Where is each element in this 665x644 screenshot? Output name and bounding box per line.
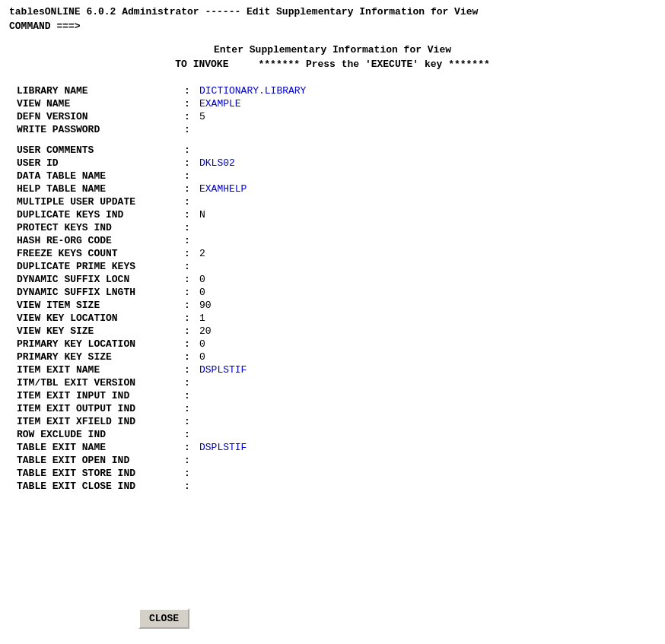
- field-colon: :: [184, 124, 196, 135]
- field-value: 0: [199, 287, 205, 298]
- field-row: PRIMARY KEY SIZE :0: [17, 351, 656, 363]
- field-label: TABLE EXIT STORE IND: [17, 468, 184, 479]
- field-label: WRITE PASSWORD: [17, 124, 184, 135]
- field-label: VIEW NAME: [17, 98, 184, 109]
- field-colon: :: [184, 287, 196, 298]
- field-row: VIEW KEY LOCATION :1: [17, 312, 656, 324]
- field-label: USER ID: [17, 157, 184, 169]
- field-colon: :: [184, 325, 196, 337]
- field-label: TABLE EXIT NAME: [17, 442, 184, 453]
- field-row: VIEW ITEM SIZE :90: [17, 300, 656, 311]
- field-value: DICTIONARY.LIBRARY: [199, 85, 306, 97]
- field-colon: :: [184, 85, 196, 97]
- field-label: ITEM EXIT INPUT IND: [17, 390, 184, 401]
- field-colon: :: [184, 111, 196, 122]
- header-title: Enter Supplementary Information for View: [9, 44, 656, 56]
- field-colon: :: [184, 300, 196, 311]
- field-label: VIEW ITEM SIZE: [17, 300, 184, 311]
- invoke-label: TO INVOKE: [175, 59, 228, 70]
- field-row: ROW EXCLUDE IND :: [17, 429, 656, 440]
- field-label: MULTIPLE USER UPDATE: [17, 196, 184, 208]
- field-value: 5: [199, 111, 205, 122]
- field-value: DSPLSTIF: [199, 364, 247, 376]
- field-colon: :: [184, 209, 196, 220]
- field-label: HASH RE-ORG CODE: [17, 235, 184, 246]
- field-label: VIEW KEY SIZE: [17, 325, 184, 337]
- field-row: HELP TABLE NAME :EXAMHELP: [17, 183, 656, 195]
- field-label: PRIMARY KEY LOCATION: [17, 338, 184, 350]
- field-label: DEFN VERSION: [17, 111, 184, 122]
- field-label: TABLE EXIT OPEN IND: [17, 455, 184, 466]
- field-colon: :: [184, 455, 196, 466]
- field-value: DSPLSTIF: [199, 442, 247, 453]
- field-colon: :: [184, 274, 196, 285]
- field-value: EXAMPLE: [199, 98, 241, 109]
- command-line: COMMAND ===>: [9, 21, 656, 32]
- field-label: FREEZE KEYS COUNT: [17, 248, 184, 259]
- field-colon: :: [184, 338, 196, 350]
- field-row: USER COMMENTS :: [17, 144, 656, 156]
- field-row: VIEW NAME :EXAMPLE: [17, 98, 656, 109]
- invoke-text: ******* Press the 'EXECUTE' key *******: [258, 59, 489, 70]
- field-row: DUPLICATE PRIME KEYS:: [17, 261, 656, 272]
- header-section: Enter Supplementary Information for View…: [9, 44, 656, 70]
- field-row: DATA TABLE NAME :: [17, 170, 656, 182]
- field-value: N: [199, 209, 205, 220]
- field-label: ITEM EXIT XFIELD IND: [17, 416, 184, 427]
- field-label: VIEW KEY LOCATION: [17, 312, 184, 324]
- content-area: LIBRARY NAME :DICTIONARY.LIBRARYVIEW NAM…: [9, 85, 656, 492]
- field-row: DEFN VERSION :5: [17, 111, 656, 122]
- header-invoke: TO INVOKE ******* Press the 'EXECUTE' ke…: [9, 59, 656, 70]
- field-colon: :: [184, 481, 196, 492]
- field-row: TABLE EXIT NAME :DSPLSTIF: [17, 442, 656, 453]
- field-colon: :: [184, 248, 196, 259]
- field-value: 2: [199, 248, 205, 259]
- field-colon: :: [184, 222, 196, 233]
- field-colon: :: [184, 170, 196, 182]
- field-colon: :: [184, 157, 196, 169]
- field-label: USER COMMENTS: [17, 144, 184, 156]
- field-colon: :: [184, 144, 196, 156]
- field-row: VIEW KEY SIZE :20: [17, 325, 656, 337]
- field-value: 20: [199, 325, 212, 337]
- field-value: 0: [199, 351, 205, 363]
- field-label: DYNAMIC SUFFIX LNGTH: [17, 287, 184, 298]
- field-colon: :: [184, 196, 196, 208]
- field-colon: :: [184, 364, 196, 376]
- field-label: PRIMARY KEY SIZE: [17, 351, 184, 363]
- field-row: ITM/TBL EXIT VERSION:: [17, 377, 656, 389]
- field-label: PROTECT KEYS IND: [17, 222, 184, 233]
- field-row: LIBRARY NAME :DICTIONARY.LIBRARY: [17, 85, 656, 97]
- field-row: PRIMARY KEY LOCATION:0: [17, 338, 656, 350]
- field-colon: :: [184, 468, 196, 479]
- field-row: USER ID :DKLS02: [17, 157, 656, 169]
- field-label: ITM/TBL EXIT VERSION: [17, 377, 184, 389]
- field-row: ITEM EXIT XFIELD IND:: [17, 416, 656, 427]
- field-row: DUPLICATE KEYS IND :N: [17, 209, 656, 220]
- field-colon: :: [184, 261, 196, 272]
- field-colon: :: [184, 416, 196, 427]
- field-colon: :: [184, 183, 196, 195]
- field-label: LIBRARY NAME: [17, 85, 184, 97]
- field-label: TABLE EXIT CLOSE IND: [17, 481, 184, 492]
- field-colon: :: [184, 429, 196, 440]
- field-value: 0: [199, 274, 205, 285]
- field-label: DUPLICATE KEYS IND: [17, 209, 184, 220]
- field-label: ROW EXCLUDE IND: [17, 429, 184, 440]
- field-value: 0: [199, 338, 205, 350]
- field-row: TABLE EXIT OPEN IND :: [17, 455, 656, 466]
- field-colon: :: [184, 390, 196, 401]
- field-row: MULTIPLE USER UPDATE:: [17, 196, 656, 208]
- field-row: WRITE PASSWORD :: [17, 124, 656, 135]
- field-label: DATA TABLE NAME: [17, 170, 184, 182]
- field-value: DKLS02: [199, 157, 235, 169]
- field-label: DUPLICATE PRIME KEYS: [17, 261, 184, 272]
- field-value: EXAMHELP: [199, 183, 247, 195]
- field-colon: :: [184, 235, 196, 246]
- field-label: DYNAMIC SUFFIX LOCN: [17, 274, 184, 285]
- field-row: ITEM EXIT OUTPUT IND:: [17, 403, 656, 414]
- field-label: HELP TABLE NAME: [17, 183, 184, 195]
- field-row: FREEZE KEYS COUNT :2: [17, 248, 656, 259]
- field-colon: :: [184, 351, 196, 363]
- field-colon: :: [184, 312, 196, 324]
